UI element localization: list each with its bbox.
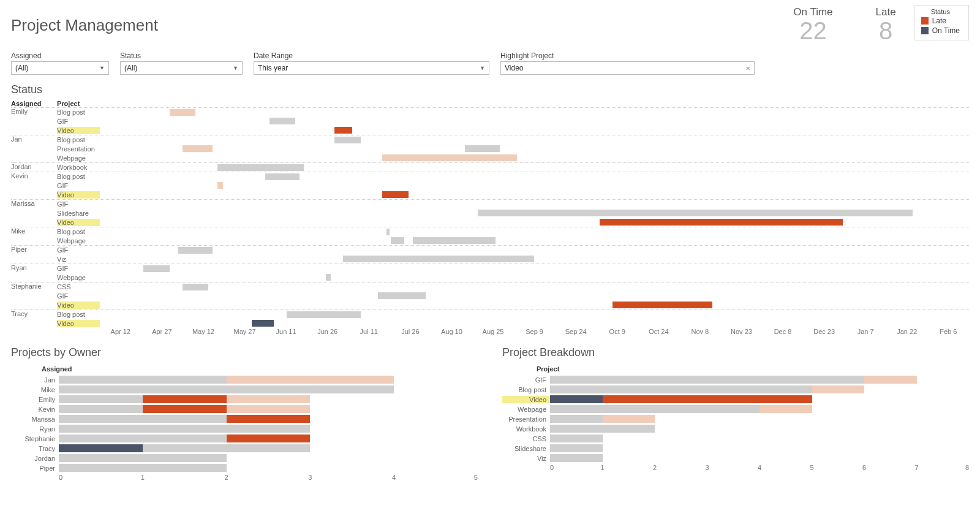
bar-segment[interactable] xyxy=(59,395,143,403)
bar-segment[interactable] xyxy=(143,405,227,413)
bar-row[interactable]: Piper xyxy=(11,463,478,472)
bar-segment[interactable] xyxy=(227,376,394,384)
gantt-row[interactable]: GIF xyxy=(11,181,969,190)
gantt-row[interactable]: PiperGIF xyxy=(11,245,969,254)
bar-row[interactable]: Ryan xyxy=(11,424,478,433)
bar-segment[interactable] xyxy=(59,434,227,442)
gantt-bar[interactable] xyxy=(143,265,170,272)
gantt-bar[interactable] xyxy=(382,154,517,161)
bar-row[interactable]: CSS xyxy=(502,434,969,443)
filter-status[interactable]: (All) ▼ xyxy=(120,61,243,75)
gantt-bar[interactable] xyxy=(265,173,300,180)
gantt-row[interactable]: TracyBlog post xyxy=(11,309,969,319)
gantt-bar[interactable] xyxy=(465,145,500,152)
bar-segment[interactable] xyxy=(59,376,227,384)
filter-date[interactable]: This year ▼ xyxy=(254,61,489,75)
bar-row[interactable]: Presentation xyxy=(502,414,969,423)
bar-row[interactable]: Webpage xyxy=(502,404,969,414)
gantt-bar[interactable] xyxy=(217,164,304,171)
gantt-bar[interactable] xyxy=(382,191,409,198)
gantt-row[interactable]: Video xyxy=(11,190,969,199)
legend-item[interactable]: On Time xyxy=(921,26,960,35)
gantt-row[interactable]: Video xyxy=(11,126,969,135)
bar-row[interactable]: Workbook xyxy=(502,424,969,433)
gantt-row[interactable]: StephanieCSS xyxy=(11,282,969,291)
bar-row[interactable]: Jordan xyxy=(11,453,478,463)
gantt-bar[interactable] xyxy=(600,219,843,226)
gantt-row[interactable]: Presentation xyxy=(11,144,969,153)
bar-row[interactable]: Stephanie xyxy=(11,434,478,443)
gantt-bar[interactable] xyxy=(386,229,389,235)
bar-segment[interactable] xyxy=(550,425,655,433)
gantt-row[interactable]: Video xyxy=(11,218,969,227)
gantt-bar[interactable] xyxy=(343,256,534,262)
bar-segment[interactable] xyxy=(603,395,812,403)
gantt-bar[interactable] xyxy=(178,247,213,254)
gantt-bar[interactable] xyxy=(170,109,196,116)
gantt-row[interactable]: KevinBlog post xyxy=(11,172,969,181)
bar-row[interactable]: Mike xyxy=(11,385,478,394)
bar-row[interactable]: Kevin xyxy=(11,404,478,414)
bar-row[interactable]: Viz xyxy=(502,453,969,463)
gantt-row[interactable]: MikeBlog post xyxy=(11,227,969,236)
bar-row[interactable]: GIF xyxy=(502,375,969,384)
bar-segment[interactable] xyxy=(550,434,603,442)
filter-highlight[interactable]: Video × xyxy=(500,61,755,75)
bar-segment[interactable] xyxy=(59,454,227,462)
gantt-row[interactable]: Video xyxy=(11,300,969,309)
bar-segment[interactable] xyxy=(550,444,603,452)
bar-segment[interactable] xyxy=(550,415,603,423)
gantt-row[interactable]: MarissaGIF xyxy=(11,199,969,208)
gantt-bar[interactable] xyxy=(413,237,496,244)
gantt-bar[interactable] xyxy=(287,311,361,318)
bar-segment[interactable] xyxy=(59,425,310,433)
gantt-row[interactable]: JordanWorkbook xyxy=(11,162,969,172)
bar-segment[interactable] xyxy=(864,376,917,384)
gantt-bar[interactable] xyxy=(326,274,331,281)
filter-assigned[interactable]: (All) ▼ xyxy=(11,61,109,75)
bar-segment[interactable] xyxy=(227,415,311,423)
bar-segment[interactable] xyxy=(812,385,865,393)
bar-segment[interactable] xyxy=(59,385,394,393)
gantt-row[interactable]: Viz xyxy=(11,254,969,264)
gantt-bar[interactable] xyxy=(612,302,712,308)
gantt-bar[interactable] xyxy=(183,284,209,290)
bar-segment[interactable] xyxy=(59,464,227,472)
gantt-row[interactable]: JanBlog post xyxy=(11,135,969,144)
bar-segment[interactable] xyxy=(143,444,311,452)
bar-segment[interactable] xyxy=(227,405,311,413)
gantt-row[interactable]: EmilyBlog post xyxy=(11,107,969,116)
gantt-bar[interactable] xyxy=(478,210,913,216)
bar-row[interactable]: Jan xyxy=(11,375,478,384)
gantt-row[interactable]: RyanGIF xyxy=(11,264,969,273)
gantt-row[interactable]: Webpage xyxy=(11,273,969,282)
clear-icon[interactable]: × xyxy=(745,64,750,73)
bar-segment[interactable] xyxy=(550,395,603,403)
gantt-bar[interactable] xyxy=(183,145,213,152)
bar-segment[interactable] xyxy=(760,405,812,413)
legend-item[interactable]: Late xyxy=(921,17,960,25)
gantt-row[interactable]: Video xyxy=(11,319,969,328)
bar-row[interactable]: Emily xyxy=(11,395,478,404)
gantt-bar[interactable] xyxy=(334,127,352,134)
bar-segment[interactable] xyxy=(59,415,227,423)
gantt-row[interactable]: Slideshare xyxy=(11,208,969,218)
bar-segment[interactable] xyxy=(550,385,812,393)
bar-segment[interactable] xyxy=(550,454,603,462)
gantt-bar[interactable] xyxy=(217,182,224,189)
gantt-bar[interactable] xyxy=(270,118,296,124)
bar-segment[interactable] xyxy=(59,405,143,413)
gantt-bar[interactable] xyxy=(391,237,404,244)
bar-segment[interactable] xyxy=(227,395,311,403)
gantt-row[interactable]: GIF xyxy=(11,291,969,300)
gantt-row[interactable]: Webpage xyxy=(11,153,969,162)
bar-row[interactable]: Blog post xyxy=(502,385,969,394)
bar-segment[interactable] xyxy=(143,395,227,403)
gantt-bar[interactable] xyxy=(378,292,426,299)
bar-row[interactable]: Slideshare xyxy=(502,444,969,453)
gantt-row[interactable]: GIF xyxy=(11,116,969,126)
gantt-bar[interactable] xyxy=(334,137,361,143)
bar-row[interactable]: Video xyxy=(502,395,969,404)
bar-segment[interactable] xyxy=(59,444,143,452)
gantt-row[interactable]: Webpage xyxy=(11,236,969,245)
